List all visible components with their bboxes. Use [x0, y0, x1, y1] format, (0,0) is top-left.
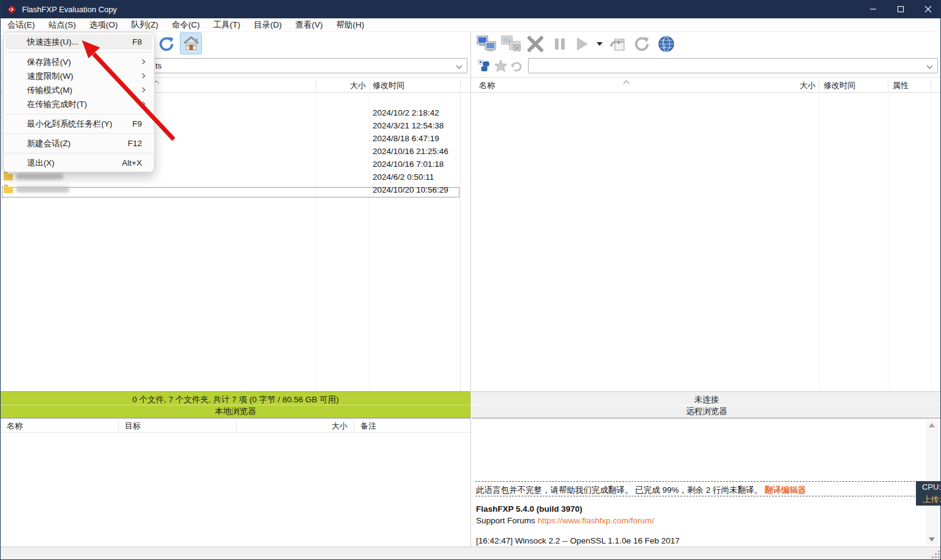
- local-home-button[interactable]: [180, 32, 202, 54]
- folder-row[interactable]: 2024/6/2 0:50:11: [1, 171, 460, 183]
- queue-header-name[interactable]: 名称: [7, 421, 23, 432]
- remote-status-bar: 未连接 远程浏览器: [472, 391, 941, 418]
- local-path-value: ts: [155, 61, 162, 70]
- winsock-line: [16:42:47] Winsock 2.2 -- OpenSSL 1.1.0e…: [476, 536, 680, 545]
- menu-help[interactable]: 帮助(H): [330, 18, 371, 32]
- close-button[interactable]: [914, 0, 941, 18]
- favorites-button[interactable]: [494, 59, 508, 73]
- chevron-down-icon: [927, 63, 933, 69]
- redacted-folder-name: [16, 186, 70, 193]
- transfer-queue-list[interactable]: [1, 433, 470, 547]
- favorites-star-icon: [494, 59, 508, 73]
- menu-sites[interactable]: 站点(S): [42, 18, 83, 32]
- start-transfer-button[interactable]: [573, 33, 592, 55]
- status-bar: [1, 547, 941, 560]
- maximize-button[interactable]: [887, 0, 914, 18]
- pane-splitter[interactable]: [470, 32, 471, 547]
- pause-button[interactable]: [549, 33, 571, 55]
- menu-queue[interactable]: 队列(Z): [125, 18, 165, 32]
- menu-tools[interactable]: 工具(T): [207, 18, 247, 32]
- menu-item-save-path[interactable]: 保存路径(V): [6, 55, 152, 69]
- menu-item-quick-connect[interactable]: 快速连接(U)... F8: [6, 34, 152, 50]
- scroll-up-icon[interactable]: [929, 423, 935, 427]
- queue-header-note[interactable]: 备注: [360, 421, 376, 432]
- connect-button[interactable]: [475, 33, 497, 55]
- menu-options[interactable]: 选项(O): [83, 18, 125, 32]
- performance-badge: CPU: 上传:: [916, 481, 941, 506]
- queue-header: 名称 目标 大小 备注: [1, 418, 470, 433]
- undo-button[interactable]: [510, 59, 523, 72]
- menu-commands[interactable]: 命令(C): [165, 18, 207, 32]
- queue-header-target[interactable]: 目标: [125, 421, 141, 432]
- remote-toolbar: [475, 32, 677, 56]
- shortcut-label: F8: [132, 34, 142, 50]
- local-browser-label: 本地浏览器: [1, 406, 470, 417]
- remote-browser-label: 远程浏览器: [472, 406, 941, 417]
- site-tree-icon: [478, 59, 491, 72]
- redacted-folder-name: [16, 174, 64, 180]
- scroll-down-icon[interactable]: [929, 537, 935, 542]
- submenu-chevron-icon: [140, 87, 145, 92]
- local-refresh-button[interactable]: [155, 33, 177, 55]
- menu-separator: [4, 133, 154, 134]
- abort-button[interactable]: [524, 33, 546, 55]
- menu-separator: [4, 52, 154, 53]
- undo-icon: [510, 59, 523, 72]
- support-line: Support Forums https://www.flashfxp.com/…: [476, 516, 654, 525]
- transfer-queue-button[interactable]: [606, 33, 628, 55]
- cpu-label: CPU:: [922, 482, 941, 492]
- start-transfer-dropdown[interactable]: [594, 33, 604, 55]
- remote-refresh-button[interactable]: [631, 33, 653, 55]
- language-pack-notice: 此语言包并不完整，请帮助我们完成翻译。 已完成 99%，剩余 2 行尚未翻译。 …: [476, 485, 806, 496]
- minimize-button[interactable]: [859, 0, 887, 18]
- sort-ascending-icon: [623, 79, 629, 85]
- support-forum-link[interactable]: https://www.flashfxp.com/forum/: [538, 516, 655, 525]
- web-icon: [657, 35, 675, 53]
- modified-date: 2024/10/20 10:56:29: [373, 185, 448, 194]
- submenu-chevron-icon: [140, 73, 145, 78]
- queue-header-size[interactable]: 大小: [236, 421, 348, 432]
- remote-list-header: 名称 大小 修改时间 属性: [472, 77, 941, 93]
- menu-item-new-session[interactable]: 新建会话(Z) F12: [6, 136, 152, 150]
- remote-file-list[interactable]: [472, 93, 941, 391]
- abort-icon: [526, 35, 545, 53]
- menu-item-speed-limit[interactable]: 速度限制(W): [6, 69, 152, 83]
- home-icon: [183, 35, 199, 52]
- window-title: FlashFXP Evaluation Copy: [22, 5, 117, 14]
- modified-date: 2024/10/2 2:18:42: [373, 108, 439, 117]
- menu-item-transfer-mode[interactable]: 传输模式(M): [6, 83, 152, 97]
- connect-icon: [476, 34, 497, 54]
- flashfxp-window: FlashFXP Evaluation Copy 会话(E) 站点(S) 选项(…: [0, 0, 941, 560]
- title-bar: FlashFXP Evaluation Copy: [1, 0, 941, 18]
- local-header-modified[interactable]: 修改时间: [373, 80, 404, 91]
- modified-date: 2024/10/16 21:25:46: [373, 147, 448, 156]
- menu-directory[interactable]: 目录(D): [247, 18, 289, 32]
- translation-editor-link[interactable]: 翻译编辑器: [765, 485, 806, 495]
- web-button[interactable]: [655, 33, 677, 55]
- resize-grip[interactable]: [932, 551, 940, 558]
- upload-label: 上传:: [923, 494, 941, 505]
- modified-date: 2024/10/16 7:01:18: [373, 160, 444, 169]
- remote-header-name[interactable]: 名称: [479, 80, 495, 91]
- menu-item-exit[interactable]: 退出(X) Alt+X: [6, 156, 152, 170]
- local-header-size[interactable]: 大小: [316, 80, 366, 91]
- disconnect-button[interactable]: [500, 33, 522, 55]
- remote-header-attrs[interactable]: 属性: [893, 80, 909, 91]
- play-dropdown-icon: [597, 42, 603, 46]
- modified-date: 2024/6/2 0:50:11: [373, 172, 434, 182]
- remote-header-modified[interactable]: 修改时间: [824, 80, 855, 91]
- remote-header-size[interactable]: 大小: [764, 80, 816, 91]
- log-separator: [475, 496, 924, 496]
- menu-item-on-transfer-complete[interactable]: 在传输完成时(T): [6, 97, 152, 111]
- log-panel: 此语言包并不完整，请帮助我们完成翻译。 已完成 99%，剩余 2 行尚未翻译。 …: [472, 418, 941, 547]
- remote-address-combobox[interactable]: [528, 58, 938, 73]
- menu-view[interactable]: 查看(V): [289, 18, 330, 32]
- site-tree-button[interactable]: [478, 59, 491, 72]
- menu-item-minimize-to-tray[interactable]: 最小化到系统任务栏(Y) F9: [6, 117, 152, 131]
- flashfxp-logo-icon: [7, 4, 17, 15]
- folder-row[interactable]: 2024/10/20 10:56:29: [1, 183, 460, 196]
- session-menu-popup: 快速连接(U)... F8 保存路径(V) 速度限制(W) 传输模式(M) 在传…: [3, 32, 155, 172]
- play-icon: [577, 37, 588, 51]
- menu-session[interactable]: 会话(E): [1, 18, 42, 32]
- menu-separator: [4, 114, 154, 114]
